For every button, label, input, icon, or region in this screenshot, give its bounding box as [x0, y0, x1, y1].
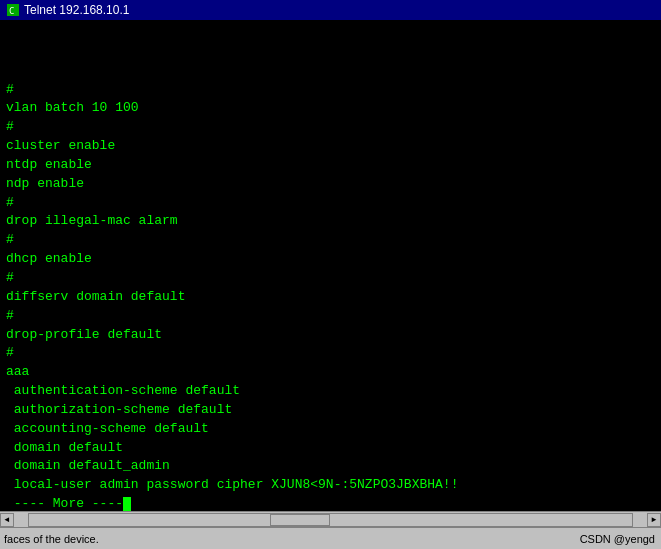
terminal-line: drop-profile default [6, 326, 655, 345]
terminal-line: ---- More ---- [6, 495, 655, 511]
terminal-line: vlan batch 10 100 [6, 99, 655, 118]
title-bar-text: Telnet 192.168.10.1 [24, 3, 655, 17]
terminal-line: drop illegal-mac alarm [6, 212, 655, 231]
terminal-line: aaa [6, 363, 655, 382]
scrollbar-thumb[interactable] [270, 514, 330, 526]
terminal-cursor [123, 497, 131, 511]
terminal-area[interactable]: #vlan batch 10 100#cluster enablentdp en… [0, 20, 661, 511]
terminal-line: # [6, 307, 655, 326]
terminal-line: authentication-scheme default [6, 382, 655, 401]
scrollbar-area: ◄ ► [0, 511, 661, 527]
terminal-line: local-user admin password cipher XJUN8<9… [6, 476, 655, 495]
terminal-line: # [6, 118, 655, 137]
terminal-line: domain default_admin [6, 457, 655, 476]
status-right-text: CSDN @yengd [580, 533, 661, 545]
terminal-line: cluster enable [6, 137, 655, 156]
terminal-icon: C [6, 3, 20, 17]
terminal-content: #vlan batch 10 100#cluster enablentdp en… [6, 24, 655, 511]
svg-text:C: C [9, 6, 14, 16]
terminal-line: # [6, 269, 655, 288]
terminal-line: domain default [6, 439, 655, 458]
scrollbar-track[interactable] [28, 513, 633, 527]
terminal-line: ndp enable [6, 175, 655, 194]
terminal-line: # [6, 81, 655, 100]
terminal-line: # [6, 231, 655, 250]
scroll-left-button[interactable]: ◄ [0, 513, 14, 527]
scroll-right-button[interactable]: ► [647, 513, 661, 527]
title-bar: C Telnet 192.168.10.1 [0, 0, 661, 20]
terminal-line: # [6, 194, 655, 213]
terminal-line: diffserv domain default [6, 288, 655, 307]
terminal-line: ntdp enable [6, 156, 655, 175]
terminal-line: authorization-scheme default [6, 401, 655, 420]
terminal-line: dhcp enable [6, 250, 655, 269]
window-container: C Telnet 192.168.10.1 #vlan batch 10 100… [0, 0, 661, 549]
terminal-line: # [6, 344, 655, 363]
status-left-text: faces of the device. [0, 533, 580, 545]
status-bar: faces of the device. CSDN @yengd [0, 527, 661, 549]
terminal-line: accounting-scheme default [6, 420, 655, 439]
